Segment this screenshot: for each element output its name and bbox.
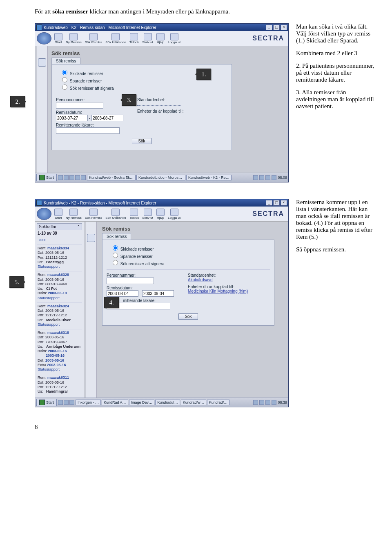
windows-icon <box>39 400 45 405</box>
radio-skickade[interactable]: Skickade remisser <box>111 244 270 251</box>
personnummer-field: Personnummer: <box>107 273 182 284</box>
taskbar-item[interactable]: Kundrad/… <box>207 400 230 405</box>
toolbar-tidbok[interactable]: Tidbok <box>128 33 140 44</box>
toolbar-label: Start <box>55 40 62 44</box>
toolbar-start[interactable]: Start <box>53 33 64 44</box>
date-from-input[interactable] <box>56 115 88 121</box>
rem-link[interactable]: maacak6318 <box>47 331 69 335</box>
taskbar-item[interactable]: Inkorgen - … <box>76 400 101 405</box>
collapse-icon[interactable]: ⌃ <box>77 224 80 229</box>
search-icon[interactable] <box>38 58 46 67</box>
rem-link[interactable]: maacak6311 <box>47 375 69 380</box>
taskbar: Start Kundrad/web - Sectra Sk…Kundradutb… <box>35 173 288 182</box>
quicklaunch-icon[interactable] <box>58 400 63 405</box>
toolbar-hjälp[interactable]: Hjälp <box>155 33 166 44</box>
screenshot-2: 5. Kundrad/web - K2 - Remiss-sidan - Mic… <box>18 199 289 407</box>
tray-icon[interactable] <box>253 175 258 180</box>
tab-sok-remiss[interactable]: Sök remiss <box>102 233 131 240</box>
toolbar-start[interactable]: Start <box>53 209 64 220</box>
taskbar-item[interactable]: Kundrad/web - Sectra Sk… <box>87 175 136 180</box>
tray-icon[interactable] <box>265 400 270 405</box>
date-from-input[interactable] <box>107 290 138 297</box>
toolbar-sök-remiss[interactable]: Sök Remiss <box>84 209 104 220</box>
taskbar-item[interactable]: Kundradutb.doc - Microso… <box>136 175 185 180</box>
personnummer-input[interactable] <box>107 278 154 284</box>
taskbar: Start Inkorgen - …KundRad A…Image Dev…Ku… <box>35 398 288 407</box>
taskbar-item[interactable]: Kundradut… <box>155 400 180 405</box>
remitterande-input[interactable] <box>56 127 120 134</box>
toolbar-skriv-ut[interactable]: Skriv ut <box>141 209 154 220</box>
sok-button[interactable]: Sök <box>132 138 151 144</box>
maximize-button[interactable]: ▢ <box>273 24 280 30</box>
date-to-input[interactable] <box>91 115 123 121</box>
toolbar-skriv-ut[interactable]: Skriv ut <box>141 33 154 44</box>
toolbar-sök-remiss[interactable]: Sök Remiss <box>84 33 104 44</box>
search-icon[interactable] <box>87 234 95 242</box>
toolbar-ny-remiss[interactable]: Ny Remiss <box>65 33 83 44</box>
close-button[interactable]: × <box>281 200 287 206</box>
tray-icon[interactable] <box>259 175 264 180</box>
tab-sok-remiss[interactable]: Sök remiss <box>51 58 80 64</box>
radio-sparade[interactable]: Sparade remisser <box>111 251 270 259</box>
quicklaunch-icon[interactable] <box>64 400 69 405</box>
quicklaunch-icon[interactable] <box>81 175 86 180</box>
toolbar-hjälp[interactable]: Hjälp <box>155 209 166 220</box>
result-item: Rem: maacak6324Dat: 2003-05-16Pnr: 12121… <box>37 302 82 329</box>
toolbar-icon <box>89 209 98 216</box>
side-text-2: Remisserna kommer upp i en lista i vänst… <box>296 199 376 259</box>
brand-logo: SECTRA <box>252 210 284 218</box>
window-titlebar: Kundrad/web - K2 - Remiss-sidan - Micros… <box>35 24 288 31</box>
more-link[interactable]: >>> <box>39 238 82 242</box>
maximize-button[interactable]: ▢ <box>273 200 280 206</box>
start-button[interactable]: Start <box>36 174 57 181</box>
search-form: Skickade remisser Sparade remisser Sök r… <box>51 64 232 150</box>
quicklaunch-icon[interactable] <box>69 400 74 405</box>
sok-button[interactable]: Sök <box>178 313 198 320</box>
window-titlebar: Kundrad/web - K2 - Remiss-sidan - Micros… <box>35 199 288 207</box>
quicklaunch-icon[interactable] <box>69 175 74 180</box>
toolbar-logga-ut[interactable]: Logga ut <box>167 33 182 44</box>
tray-icon[interactable] <box>259 400 264 405</box>
toolbar-icon <box>54 209 62 216</box>
brand-logo: SECTRA <box>252 35 284 42</box>
tray-icon[interactable] <box>272 400 276 405</box>
taskbar-item[interactable]: Kundrad/web - K2 - Re… <box>186 175 232 180</box>
standardenhet-link[interactable]: Akutvårdsavd <box>188 278 213 282</box>
start-button[interactable]: Start <box>36 399 57 406</box>
date-to-input[interactable] <box>142 290 174 297</box>
close-button[interactable]: × <box>281 24 287 30</box>
toolbar-label: Hjälp <box>157 40 164 44</box>
enheter-field: Enheter du är kopplad till: <box>137 109 227 113</box>
tray-clock: 08:09 <box>278 176 287 180</box>
rem-link[interactable]: maacak6324 <box>47 304 69 308</box>
remitterande-field: Remitterande läkare: <box>56 123 131 134</box>
radio-signera[interactable]: Sök remisser att signera <box>60 83 227 91</box>
minimize-button[interactable]: _ <box>266 24 272 30</box>
toolbar-sök-utlåtande[interactable]: Sök Utlåtande <box>104 33 127 44</box>
taskbar-item[interactable]: Kundrad/w… <box>181 400 206 405</box>
toolbar-icon <box>170 209 178 216</box>
quicklaunch-icon[interactable] <box>75 175 80 180</box>
toolbar-sök-utlåtande[interactable]: Sök Utlåtande <box>104 209 127 220</box>
toolbar-icon <box>144 33 152 40</box>
toolbar-tidbok[interactable]: Tidbok <box>128 209 140 220</box>
window-title: Kundrad/web - K2 - Remiss-sidan - Micros… <box>44 201 156 205</box>
result-item: Rem: maacak6334Dat: 2003-05-16Pnr: 12121… <box>37 244 82 271</box>
toolbar-ny-remiss[interactable]: Ny Remiss <box>65 209 83 220</box>
tray-icon[interactable] <box>253 400 258 405</box>
rem-link[interactable]: maacak6328 <box>47 273 69 277</box>
quicklaunch-icon[interactable] <box>64 175 69 180</box>
taskbar-item[interactable]: Image Dev… <box>129 400 155 405</box>
taskbar-item[interactable]: KundRad A… <box>102 400 128 405</box>
page-title: Sök remiss <box>102 226 284 232</box>
tray-icon[interactable] <box>265 175 270 180</box>
rem-link[interactable]: maacak6334 <box>47 246 69 250</box>
tray-icon[interactable] <box>272 175 276 180</box>
radio-signera[interactable]: Sök remisser att signera <box>111 259 270 266</box>
enheter-link[interactable]: Medicinska Klin Mottagning (hlm) <box>188 289 248 293</box>
toolbar-icon <box>54 33 62 40</box>
personnummer-input[interactable] <box>56 102 103 109</box>
toolbar-logga-ut[interactable]: Logga ut <box>167 209 182 220</box>
quicklaunch-icon[interactable] <box>58 175 63 180</box>
minimize-button[interactable]: _ <box>266 200 272 206</box>
